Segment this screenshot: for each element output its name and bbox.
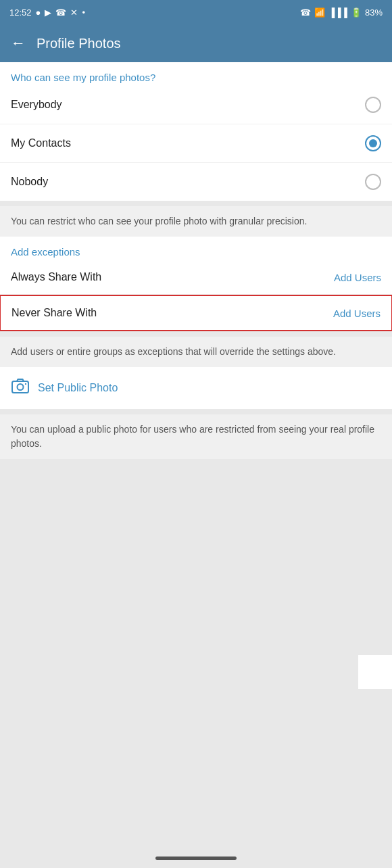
exceptions-label: Add exceptions (0, 237, 392, 260)
radio-nobody[interactable] (365, 174, 381, 190)
who-can-see-section: Who can see my profile photos? Everybody… (0, 62, 392, 201)
page-title: Profile Photos (36, 36, 121, 51)
top-bar: ← Profile Photos (0, 24, 392, 62)
always-share-label: Always Share With (11, 271, 101, 283)
option-nobody[interactable]: Nobody (0, 163, 392, 201)
svg-point-1 (18, 384, 24, 390)
exceptions-section: Add exceptions Always Share With Add Use… (0, 237, 392, 331)
back-button[interactable]: ← (11, 34, 26, 52)
who-can-see-label: Who can see my profile photos? (0, 62, 392, 86)
never-share-row[interactable]: Never Share With Add Users (0, 295, 392, 331)
set-public-photo-label: Set Public Photo (38, 382, 118, 394)
never-share-add-users-button[interactable]: Add Users (333, 308, 381, 319)
signal-icon: ● (36, 7, 41, 18)
radio-my-contacts[interactable] (365, 135, 381, 151)
svg-rect-0 (12, 381, 28, 393)
youtube-icon: ▶ (45, 7, 51, 18)
option-everybody[interactable]: Everybody (0, 86, 392, 124)
always-share-add-users-button[interactable]: Add Users (334, 272, 381, 283)
exceptions-info: Add users or entire groups as exceptions… (0, 337, 392, 367)
status-right: ☎ 📶 ▐▐▐ 🔋 83% (300, 7, 383, 18)
option-nobody-label: Nobody (11, 176, 48, 188)
signal-bars-icon: ▐▐▐ (328, 7, 347, 18)
content: Who can see my profile photos? Everybody… (0, 62, 392, 689)
wifi-icon: 📶 (314, 7, 325, 18)
status-bar: 12:52 ● ▶ ☎ ✕ • ☎ 📶 ▐▐▐ 🔋 83% (0, 0, 392, 24)
twitter-icon: ✕ (70, 7, 78, 18)
scroll-handle (358, 655, 392, 689)
phone-icon: ☎ (55, 7, 66, 18)
radio-everybody[interactable] (365, 97, 381, 113)
battery-icon: 🔋 (351, 7, 362, 18)
status-left: 12:52 ● ▶ ☎ ✕ • (9, 7, 85, 18)
option-everybody-label: Everybody (11, 99, 62, 111)
who-can-see-info: You can restrict who can see your profil… (0, 206, 392, 237)
public-photo-section: Set Public Photo (0, 367, 392, 409)
time: 12:52 (9, 7, 32, 18)
dot-icon: • (82, 7, 85, 18)
home-indicator (155, 857, 237, 860)
always-share-row[interactable]: Always Share With Add Users (0, 260, 392, 295)
camera-icon (11, 378, 30, 398)
battery-percent: 83% (365, 7, 383, 18)
set-public-photo-button[interactable]: Set Public Photo (0, 367, 392, 409)
option-my-contacts-label: My Contacts (11, 137, 71, 149)
public-photo-info: You can upload a public photo for users … (0, 414, 392, 459)
empty-area (0, 459, 392, 689)
phone-status-icon: ☎ (300, 7, 311, 18)
never-share-label: Never Share With (11, 307, 97, 319)
option-my-contacts[interactable]: My Contacts (0, 124, 392, 163)
